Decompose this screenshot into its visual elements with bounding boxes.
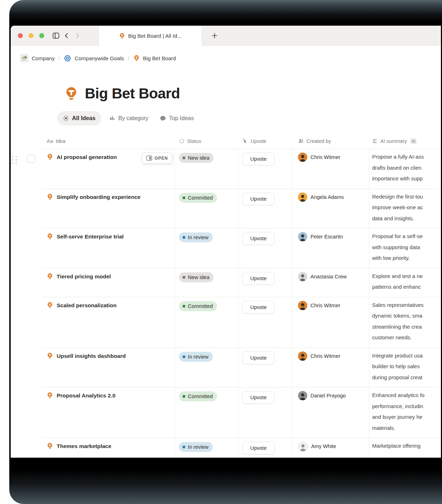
column-header-created-by[interactable]: Created by xyxy=(292,138,369,144)
table-row[interactable]: Tiered pricing model New idea Upvote Ana… xyxy=(42,268,441,297)
ai-badge: AI xyxy=(410,138,417,144)
person-name[interactable]: Anastasia Crew xyxy=(310,272,347,281)
avatar xyxy=(298,153,307,162)
open-label: OPEN xyxy=(155,156,168,161)
sidebar-toggle-icon[interactable] xyxy=(51,30,61,41)
upvote-button[interactable]: Upvote xyxy=(242,232,274,245)
minimize-window-button[interactable] xyxy=(29,33,34,38)
tab-top-ideas[interactable]: Top Ideas xyxy=(156,111,197,125)
summary-line: Sales representatives xyxy=(372,300,441,311)
row-checkbox[interactable] xyxy=(27,155,35,163)
column-header-status[interactable]: Status xyxy=(175,138,238,144)
idea-cell: Self-serve Enterprise trial xyxy=(42,228,175,268)
avatar xyxy=(298,351,307,361)
idea-title[interactable]: Simplify onboarding experience xyxy=(57,194,140,201)
tab-by-category[interactable]: By category xyxy=(106,111,152,125)
ai-summary-cell[interactable]: Explore and test a ne patterns and enhan… xyxy=(369,268,441,297)
status-badge[interactable]: Committed xyxy=(179,391,217,401)
upvote-button[interactable]: Upvote xyxy=(242,391,274,404)
table-header: Aa Idea Status Upvote xyxy=(42,133,441,149)
ai-summary-cell[interactable]: Marketplace offering xyxy=(369,438,441,456)
status-badge[interactable]: New idea xyxy=(179,272,214,282)
person-name[interactable]: Chris Witmer xyxy=(310,301,340,310)
idea-title[interactable]: Themes marketplace xyxy=(57,443,111,450)
status-cell: In review xyxy=(175,228,238,268)
close-window-button[interactable] xyxy=(18,33,23,38)
person-name[interactable]: Chris Witmer xyxy=(310,351,340,361)
status-dot xyxy=(183,395,185,398)
open-button[interactable]: OPEN xyxy=(142,153,172,164)
forward-icon[interactable] xyxy=(72,30,83,41)
idea-title[interactable]: Self-serve Enterprise trial xyxy=(57,233,124,240)
upvote-button[interactable]: Upvote xyxy=(242,272,274,285)
idea-cell: AI proposal generation OPEN xyxy=(42,149,175,189)
idea-title[interactable]: Upsell insights dashboard xyxy=(57,353,126,360)
active-tab[interactable]: Big Bet Board | All Id... xyxy=(99,26,201,46)
upvote-cell: Upvote xyxy=(238,149,292,189)
status-badge[interactable]: New idea xyxy=(179,153,214,163)
upvote-cell: Upvote xyxy=(238,438,292,456)
person-name[interactable]: Daniel Prayogo xyxy=(310,391,346,400)
table-row[interactable]: Proposal Analytics 2.0 Committed Upvote … xyxy=(42,387,441,438)
column-header-upvote[interactable]: Upvote xyxy=(238,138,292,144)
ai-summary-cell[interactable]: Redesign the first-tou improve week-one … xyxy=(369,189,441,228)
person-name[interactable]: Angela Adams xyxy=(310,192,344,202)
table-row[interactable]: Self-serve Enterprise trial In review Up… xyxy=(42,228,441,268)
upvote-button[interactable]: Upvote xyxy=(242,153,274,165)
status-badge[interactable]: In review xyxy=(179,442,213,452)
upvote-button[interactable]: Upvote xyxy=(242,301,274,314)
table-row[interactable]: Upsell insights dashboard In review Upvo… xyxy=(42,348,441,387)
table-row[interactable]: Themes marketplace In review Upvote Amy … xyxy=(42,438,441,456)
status-badge[interactable]: Committed xyxy=(179,193,217,203)
table-row[interactable]: Scaled personalization Committed Upvote … xyxy=(42,297,441,348)
status-badge[interactable]: Committed xyxy=(179,301,217,311)
upvote-button[interactable]: Upvote xyxy=(242,442,274,454)
ai-summary-cell[interactable]: Proposal for a self-se with supporting d… xyxy=(369,228,441,268)
column-header-ai-summary[interactable]: AI summary AI xyxy=(369,138,441,144)
table-row[interactable]: AI proposal generation OPEN New idea Upv… xyxy=(42,149,441,189)
idea-title[interactable]: Scaled personalization xyxy=(57,302,117,309)
summary-line: builder to help sales xyxy=(372,361,441,372)
ai-summary-cell[interactable]: Integrate product usa builder to help sa… xyxy=(369,348,441,387)
ai-summary-cell[interactable]: Enhanced analytics fo performance, inclu… xyxy=(369,387,441,438)
view-tabs: All Ideas By category Top Ideas xyxy=(57,111,441,125)
column-header-idea[interactable]: Aa Idea xyxy=(42,138,175,144)
idea-title[interactable]: AI proposal generation xyxy=(57,154,117,161)
target-icon xyxy=(64,55,71,62)
summary-line: with supporting data xyxy=(372,242,441,253)
status-label: New idea xyxy=(188,155,209,161)
column-label: Idea xyxy=(56,138,65,144)
idea-title[interactable]: Proposal Analytics 2.0 xyxy=(57,392,115,399)
avatar xyxy=(298,192,307,202)
new-tab-button[interactable] xyxy=(209,30,220,41)
status-cell: Committed xyxy=(175,387,238,438)
breadcrumb-item-companywide-goals[interactable]: Companywide Goals xyxy=(62,53,126,63)
upvote-cell: Upvote xyxy=(238,348,292,387)
summary-line: Propose a fully AI-ass xyxy=(372,151,441,163)
ai-summary-cell[interactable]: Propose a fully AI-ass drafts based on c… xyxy=(369,149,441,189)
drag-handle[interactable] xyxy=(12,156,18,165)
breadcrumb-item-company[interactable]: Company xyxy=(18,52,57,64)
back-icon[interactable] xyxy=(61,30,72,41)
person-name[interactable]: Amy White xyxy=(311,442,336,451)
summary-line: performance, includin xyxy=(372,401,441,412)
status-badge[interactable]: In review xyxy=(179,352,213,362)
upvote-button[interactable]: Upvote xyxy=(242,351,274,364)
created-by-cell: Peter Escartin xyxy=(292,228,369,268)
zoom-window-button[interactable] xyxy=(39,33,44,38)
idea-title[interactable]: Tiered pricing model xyxy=(57,273,111,280)
table-row[interactable]: Simplify onboarding experience Committed… xyxy=(42,189,441,228)
tab-all-ideas[interactable]: All Ideas xyxy=(57,111,101,125)
person-name[interactable]: Peter Escartin xyxy=(310,232,343,241)
ai-summary-cell[interactable]: Sales representatives dynamic tokens, sm… xyxy=(369,297,441,348)
person-name[interactable]: Chris Witmer xyxy=(310,153,340,162)
status-label: In review xyxy=(188,444,209,450)
screenshot-stage: Big Bet Board | All Id... Company / xyxy=(0,0,442,504)
view-label: By category xyxy=(118,115,148,122)
upvote-button[interactable]: Upvote xyxy=(242,192,274,205)
breadcrumb-item-big-bet-board[interactable]: Big Bet Board xyxy=(131,53,178,63)
created-by-cell: Chris Witmer xyxy=(292,149,369,189)
status-badge[interactable]: In review xyxy=(179,232,213,242)
lightbulb-icon xyxy=(47,233,53,240)
page-header: Big Bet Board xyxy=(64,82,441,105)
